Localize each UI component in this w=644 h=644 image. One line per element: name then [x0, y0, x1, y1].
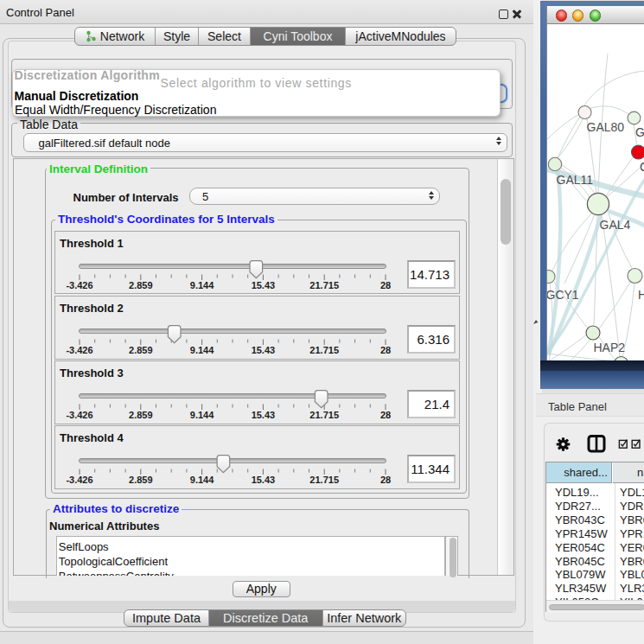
svg-text:9.144: 9.144 [190, 344, 214, 354]
svg-text:GAL11: GAL11 [557, 173, 594, 187]
svg-text:G.: G. [635, 125, 644, 139]
svg-text:28: 28 [380, 344, 391, 354]
svg-text:21.715: 21.715 [309, 410, 339, 420]
svg-text:28: 28 [380, 410, 391, 420]
svg-text:GAL4: GAL4 [600, 218, 631, 232]
svg-text:GAL80: GAL80 [587, 120, 625, 134]
svg-text:9.144: 9.144 [190, 410, 214, 420]
svg-text:15.43: 15.43 [252, 410, 276, 420]
svg-text:2.859: 2.859 [129, 279, 153, 290]
svg-text:-3.426: -3.426 [66, 475, 92, 485]
svg-text:-3.426: -3.426 [66, 279, 92, 290]
svg-text:15.43: 15.43 [252, 344, 276, 354]
svg-text:GCY1: GCY1 [547, 288, 579, 302]
svg-text:9.144: 9.144 [190, 475, 214, 485]
svg-text:28: 28 [380, 475, 391, 485]
svg-text:2.859: 2.859 [129, 410, 153, 420]
svg-text:HAP2: HAP2 [594, 341, 626, 354]
svg-text:9.144: 9.144 [190, 279, 214, 290]
svg-text:15.43: 15.43 [252, 475, 276, 485]
svg-text:28: 28 [380, 279, 391, 290]
svg-text:21.715: 21.715 [309, 344, 339, 354]
svg-text:C: C [640, 160, 644, 174]
svg-text:2.859: 2.859 [129, 344, 153, 354]
svg-text:2.859: 2.859 [129, 475, 153, 485]
svg-text:15.43: 15.43 [252, 279, 276, 290]
svg-text:-3.426: -3.426 [66, 410, 92, 420]
svg-text:H: H [638, 288, 644, 302]
svg-text:-3.426: -3.426 [66, 344, 92, 354]
svg-text:21.715: 21.715 [309, 279, 339, 290]
svg-text:21.715: 21.715 [309, 475, 339, 485]
